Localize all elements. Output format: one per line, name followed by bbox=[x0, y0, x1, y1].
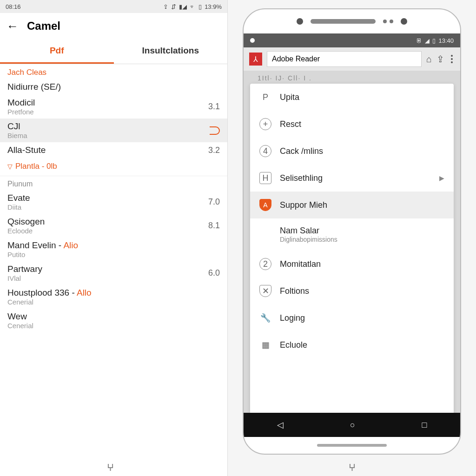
app-header: ← Camel bbox=[0, 13, 227, 39]
phone-device: ⛨ ◢ ▯ 13:40 ⅄ Adobe Reader ⌂ ⇪ 1Itl· IJ·… bbox=[243, 8, 461, 455]
nav-home-icon[interactable]: ○ bbox=[350, 420, 355, 430]
section-header: ▽Plantla - 0lb bbox=[0, 158, 227, 173]
app-toolbar: ⅄ Adobe Reader ⌂ ⇪ bbox=[244, 47, 460, 71]
menu-item-loging[interactable]: 🔧Loging bbox=[250, 304, 454, 331]
tab-insult[interactable]: Insultclations bbox=[114, 39, 228, 64]
signal-icon: ◢ bbox=[425, 37, 430, 44]
shield-a-icon: A bbox=[259, 199, 271, 211]
list-item[interactable]: PartwaryIVlal6.0 bbox=[0, 261, 227, 285]
menu-item-upita[interactable]: PUpita bbox=[250, 84, 454, 111]
wifi-icon: ᯤ bbox=[190, 3, 196, 10]
blank-icon bbox=[259, 229, 271, 241]
right-phone-frame: ⛨ ◢ ▯ 13:40 ⅄ Adobe Reader ⌂ ⇪ 1Itl· IJ·… bbox=[228, 0, 476, 476]
status-icons: ⇪ ⇵ ▮◢ ᯤ ▯ 13:9% bbox=[163, 3, 222, 10]
list-item[interactable]: WewCenerial bbox=[0, 309, 227, 332]
status-time: 08:16 bbox=[6, 3, 21, 10]
nav-back-icon[interactable]: ◁ bbox=[277, 420, 284, 430]
section-header: Mand Evelin - AlioPutito bbox=[0, 238, 227, 261]
nav-recent-icon[interactable]: □ bbox=[422, 420, 427, 430]
menu-item-ecluole[interactable]: ▦Ecluole bbox=[250, 331, 454, 358]
speaker-icon bbox=[311, 19, 376, 24]
left-app-screen: 08:16 ⇪ ⇵ ▮◢ ᯤ ▯ 13:9% ← Camel Pdf Insul… bbox=[0, 0, 228, 476]
shield-icon: ⛨ bbox=[416, 37, 422, 44]
list-item[interactable]: ModicilPretfone3.1 bbox=[0, 95, 227, 119]
list-item[interactable]: EvateDiita7.0 bbox=[0, 190, 227, 214]
grid-icon: ▦ bbox=[259, 339, 271, 351]
list-item[interactable]: QsisogenEcloode8.1 bbox=[0, 214, 227, 238]
h-icon: H bbox=[259, 172, 271, 184]
share-icon[interactable]: ⇪ bbox=[436, 53, 444, 65]
wrench-icon: 🔧 bbox=[259, 312, 271, 324]
home-icon[interactable]: ⌂ bbox=[426, 54, 432, 65]
phone-bezel-top bbox=[244, 9, 460, 33]
tab-bar: Pdf Insultclations bbox=[0, 39, 227, 64]
notification-dot-icon bbox=[250, 38, 255, 43]
menu-item-settings[interactable]: HSelisethling▶ bbox=[250, 165, 454, 192]
app-title-field[interactable]: Adobe Reader bbox=[267, 51, 422, 67]
plus-icon: + bbox=[259, 118, 271, 130]
status-time: 13:40 bbox=[438, 37, 454, 44]
page-title: Camel bbox=[27, 20, 60, 33]
adobe-logo-icon[interactable]: ⅄ bbox=[249, 53, 262, 66]
footer-glyph-icon: ⵖ bbox=[349, 462, 356, 473]
battery-pct: 13:9% bbox=[205, 3, 222, 10]
overflow-menu-icon[interactable] bbox=[449, 53, 455, 65]
camera-icon bbox=[401, 18, 407, 25]
tag-icon bbox=[210, 126, 220, 135]
badge-icon: ✕ bbox=[259, 285, 271, 297]
list-item[interactable]: Nidiurre (SE/) bbox=[0, 79, 227, 95]
menu-item-foltions[interactable]: ✕Foltions bbox=[250, 278, 454, 304]
home-indicator-icon bbox=[317, 444, 387, 447]
list-item[interactable]: Alla-Stute3.2 bbox=[0, 142, 227, 158]
dropdown-menu: PUpita +Resct 4Cack /mlins HSelisethling… bbox=[250, 84, 454, 413]
status-bar: ⛨ ◢ ▯ 13:40 bbox=[244, 33, 460, 47]
camera-icon bbox=[297, 18, 303, 25]
menu-item-support[interactable]: ASuppor Mieh bbox=[250, 192, 454, 218]
p-icon: P bbox=[259, 91, 271, 103]
cast-icon: ⇪ bbox=[163, 3, 168, 10]
bt-icon: ⇵ bbox=[171, 3, 176, 10]
menu-item-namsalar[interactable]: Nam SalarDiglinabopimissions bbox=[250, 218, 454, 251]
two-icon: 2 bbox=[259, 258, 271, 270]
phone-bezel-bottom bbox=[244, 437, 460, 454]
section-header: Houstplood 336 - AlloCenerial bbox=[0, 285, 227, 309]
battery-icon: ▯ bbox=[432, 37, 436, 44]
screen-body: 1Itl· IJ· Cll· I . PUpita +Resct 4Cack /… bbox=[244, 71, 460, 413]
four-icon: 4 bbox=[259, 145, 271, 157]
menu-item-reset[interactable]: +Resct bbox=[250, 111, 454, 138]
tab-pdf[interactable]: Pdf bbox=[0, 39, 114, 64]
menu-item-cack[interactable]: 4Cack /mlins bbox=[250, 138, 454, 165]
status-icons: ⛨ ◢ ▯ 13:40 bbox=[416, 37, 454, 44]
signal-icon: ▮◢ bbox=[179, 3, 187, 10]
footer-glyph-icon: ⵖ bbox=[107, 462, 114, 473]
status-bar: 08:16 ⇪ ⇵ ▮◢ ᯤ ▯ 13:9% bbox=[0, 0, 227, 13]
content-list: Jach Cleas Nidiurre (SE/) ModicilPretfon… bbox=[0, 64, 227, 476]
battery-icon: ▯ bbox=[198, 3, 202, 10]
android-navbar: ◁ ○ □ bbox=[244, 413, 460, 437]
chevron-right-icon: ▶ bbox=[439, 174, 444, 182]
back-arrow-icon[interactable]: ← bbox=[7, 19, 19, 33]
background-text: 1Itl· IJ· Cll· I . bbox=[258, 74, 312, 82]
list-item-selected[interactable]: CJlBiema bbox=[0, 119, 227, 142]
section-header: Jach Cleas bbox=[0, 64, 227, 79]
sensor-dots-icon bbox=[383, 20, 393, 23]
marker-icon: ▽ bbox=[7, 163, 13, 170]
menu-item-momit[interactable]: 2Momitatlan bbox=[250, 251, 454, 278]
section-sub: Piunum bbox=[0, 176, 227, 190]
